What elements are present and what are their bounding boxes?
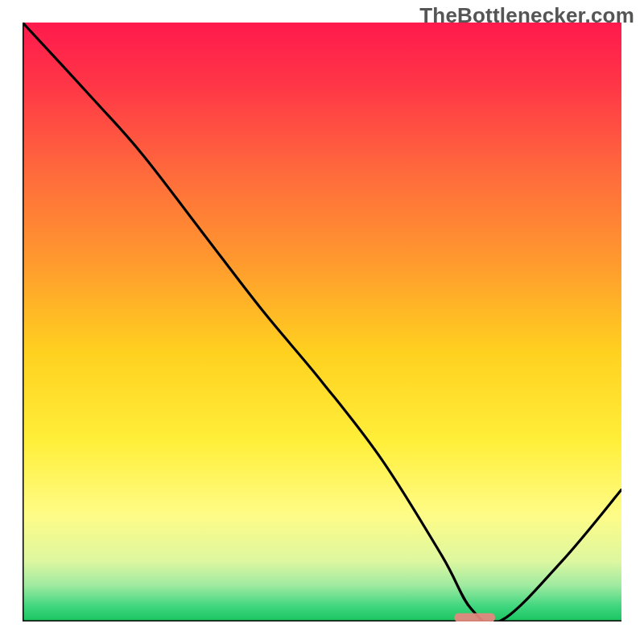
watermark-text: TheBottlenecker.com [419, 3, 634, 28]
optimal-marker [454, 613, 495, 621]
bottleneck-chart [23, 23, 621, 621]
chart-container: TheBottlenecker.com [0, 0, 644, 644]
gradient-background [23, 23, 621, 621]
